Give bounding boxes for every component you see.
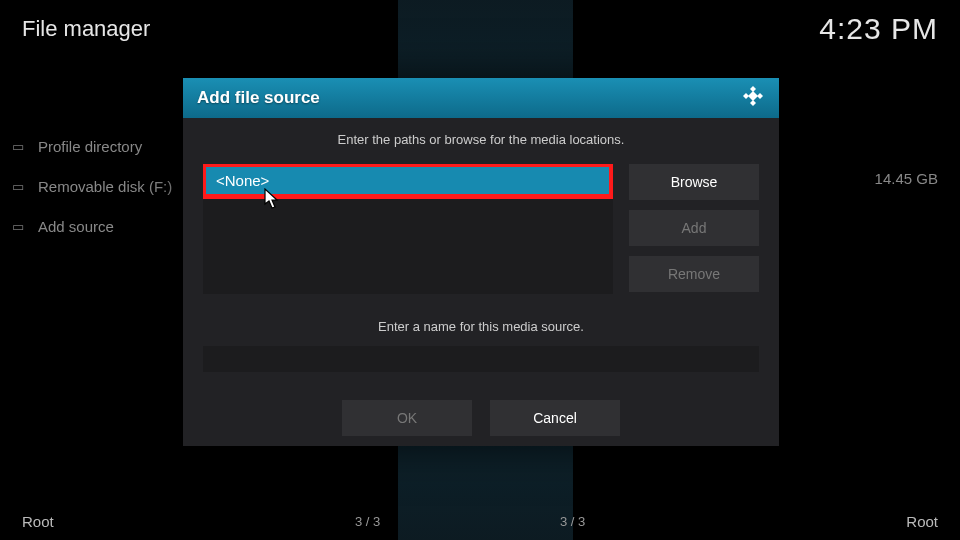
- add-file-source-dialog: Add file source Enter the paths or brows…: [183, 78, 779, 446]
- list-item-label: Removable disk (F:): [38, 178, 172, 195]
- name-instruction-label: Enter a name for this media source.: [183, 319, 779, 334]
- ok-button[interactable]: OK: [342, 400, 472, 436]
- folder-icon: ▭: [12, 139, 30, 154]
- list-item-profile-directory[interactable]: ▭ Profile directory: [12, 126, 172, 166]
- remove-button[interactable]: Remove: [629, 256, 759, 292]
- bottom-bar: Root 3 / 3 3 / 3 Root: [0, 502, 960, 540]
- list-item-label: Profile directory: [38, 138, 142, 155]
- path-right-label: Root: [906, 513, 938, 530]
- list-item-removable-disk[interactable]: ▭ Removable disk (F:): [12, 166, 172, 206]
- path-list-box: <None>: [203, 164, 613, 294]
- folder-icon: ▭: [12, 219, 30, 234]
- folder-icon: ▭: [12, 179, 30, 194]
- disk-size-label: 14.45 GB: [875, 170, 938, 187]
- dialog-title: Add file source: [197, 88, 320, 108]
- list-item-label: Add source: [38, 218, 114, 235]
- source-name-input[interactable]: [203, 346, 759, 372]
- list-item-add-source[interactable]: ▭ Add source: [12, 206, 172, 246]
- top-bar: File manager 4:23 PM: [0, 0, 960, 58]
- cancel-button[interactable]: Cancel: [490, 400, 620, 436]
- dialog-header: Add file source: [183, 78, 779, 118]
- paths-instruction-label: Enter the paths or browse for the media …: [183, 132, 779, 147]
- clock: 4:23 PM: [819, 12, 938, 46]
- page-title: File manager: [22, 16, 150, 42]
- path-input-selected[interactable]: <None>: [203, 164, 613, 199]
- browse-button[interactable]: Browse: [629, 164, 759, 200]
- kodi-logo-icon: [741, 84, 765, 112]
- file-list-left: ▭ Profile directory ▭ Removable disk (F:…: [12, 126, 172, 246]
- path-left-label: Root: [22, 513, 54, 530]
- add-button[interactable]: Add: [629, 210, 759, 246]
- count-right-label: 3 / 3: [560, 514, 585, 529]
- count-left-label: 3 / 3: [355, 514, 380, 529]
